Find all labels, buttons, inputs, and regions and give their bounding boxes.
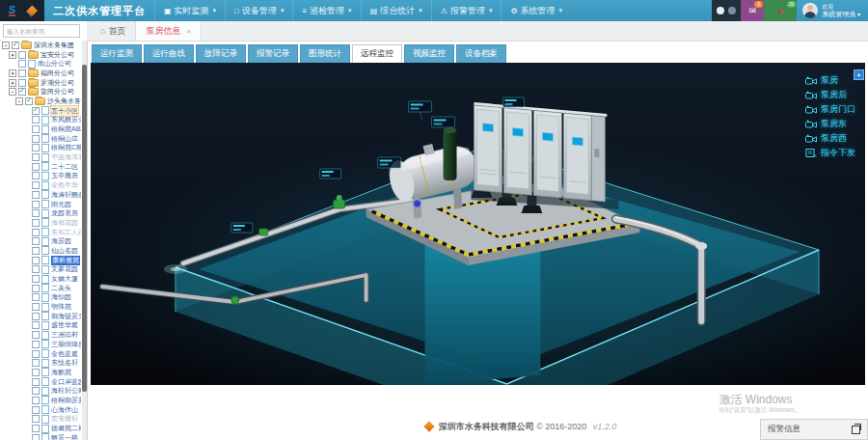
sidebar-scrollbar[interactable] [82, 41, 87, 440]
tree-row[interactable]: 东和工人宿舍 [0, 228, 81, 237]
tree-row[interactable]: 东悦名轩 [0, 358, 81, 368]
camera-menu-item[interactable]: 泵房东 [805, 118, 855, 131]
tree-checkbox[interactable] [32, 425, 40, 432]
tree-row[interactable]: 中国海湾花园 [0, 152, 81, 162]
tree-row[interactable]: 女娲大厦 [0, 274, 81, 284]
command-dispatch-item[interactable]: 指令下发 [805, 147, 855, 160]
tree-row[interactable]: 五十小区 [0, 106, 81, 116]
tree-checkbox[interactable] [32, 275, 40, 283]
tree-checkbox[interactable] [32, 415, 40, 423]
tree-checkbox[interactable] [32, 257, 40, 264]
tree-checkbox[interactable] [32, 144, 40, 151]
tree-row[interactable]: - 盐田分公司 [0, 87, 81, 96]
tree-row[interactable]: 梧桐山庄 [0, 134, 81, 144]
camera-menu-item[interactable]: 泵房 [805, 74, 855, 88]
tree-row[interactable]: 明珠苑 [0, 302, 81, 312]
tree-row[interactable]: 玉亭雅居 [0, 172, 81, 181]
tree-checkbox[interactable] [32, 265, 40, 273]
tree-checkbox[interactable] [32, 191, 40, 199]
tree-checkbox[interactable] [32, 237, 40, 245]
tree-row[interactable]: 金色年华 [0, 180, 81, 190]
user-menu[interactable]: 欢迎 系统管理员 [797, 0, 868, 21]
window-restore-icon[interactable] [852, 426, 860, 434]
tree-row[interactable]: 海景园 [0, 236, 81, 246]
tree-checkbox[interactable] [32, 219, 40, 227]
tree-row[interactable]: + 福田分公司 [0, 69, 81, 78]
tree-expander-icon[interactable]: + [9, 69, 16, 77]
tree-checkbox[interactable] [18, 60, 26, 68]
tree-checkbox[interactable] [32, 163, 40, 171]
tree-row[interactable]: 梧桐苑AB栋 [0, 124, 81, 134]
tree-checkbox[interactable] [32, 434, 40, 440]
tree-checkbox[interactable] [32, 387, 40, 395]
tree-checkbox[interactable] [32, 303, 40, 311]
tree-checkbox[interactable] [32, 116, 40, 124]
tree-checkbox[interactable] [32, 359, 40, 367]
nav-menu-item[interactable]: ▤ 综合统计 [361, 0, 431, 21]
tree-row[interactable]: 东风丽景公寓 [0, 116, 81, 125]
tree-row[interactable]: 三期保障房C栋 [0, 340, 81, 349]
tree-checkbox[interactable] [32, 341, 40, 348]
tree-checkbox[interactable] [32, 107, 40, 115]
tab-pump-room-info[interactable]: 泵房信息 × [135, 21, 202, 41]
tree-row[interactable]: - 沙头角水务所 [0, 96, 81, 106]
tree-row[interactable]: 二十二区 [0, 162, 81, 172]
tree-checkbox[interactable] [18, 88, 26, 96]
subtab[interactable]: 设备档案 [456, 44, 506, 63]
tree-checkbox[interactable] [32, 181, 40, 189]
tree-checkbox[interactable] [32, 135, 40, 143]
tree-row[interactable]: 心海伴山 [0, 405, 81, 415]
tree-expander-icon[interactable]: - [9, 88, 16, 96]
tree-checkbox[interactable] [32, 313, 40, 320]
camera-menu-item[interactable]: 泵房门口 [805, 103, 855, 117]
tree-row[interactable]: 梧桐苑C栋 [0, 144, 81, 153]
tree-checkbox[interactable] [18, 51, 26, 59]
tree-checkbox[interactable] [32, 293, 40, 301]
search-input[interactable] [3, 24, 80, 38]
subtab[interactable]: 图形统计 [300, 44, 350, 63]
tree-expander-icon[interactable]: + [9, 79, 16, 87]
tree-checkbox[interactable] [32, 125, 40, 133]
tree-row[interactable]: 海怡园 [0, 293, 81, 303]
tree-row[interactable]: 南山分公司 [0, 59, 81, 69]
message-button[interactable]: ✉ 0 [741, 0, 764, 21]
tree-checkbox[interactable] [32, 397, 40, 404]
subtab[interactable]: 报警记录 [248, 44, 298, 63]
nav-menu-item[interactable]: ≡ 巡检管理 [292, 0, 360, 21]
tree-row[interactable]: + 宝安分公司 [0, 50, 81, 60]
scrollbar-thumb[interactable] [82, 65, 87, 392]
tree-row[interactable]: 仙山名园 [0, 246, 81, 256]
tree-row[interactable]: 金口岸蓝园 [0, 377, 81, 387]
tree-checkbox[interactable] [18, 79, 26, 87]
panel-toggle-icon[interactable]: ▴ [854, 69, 864, 80]
tree-row[interactable]: 海鹏苑 [0, 368, 81, 377]
nav-menu-item[interactable]: ⚙ 系统管理 [501, 0, 571, 21]
tree-checkbox[interactable] [32, 153, 40, 161]
tree-checkbox[interactable] [32, 378, 40, 386]
tree-row[interactable]: 二美头 [0, 284, 81, 293]
alarm-info-bar[interactable]: 报警信息 [760, 419, 868, 440]
tree-checkbox[interactable] [32, 247, 40, 255]
tree-row[interactable]: 梧桐御景苑 [0, 396, 81, 405]
tree-row[interactable]: 海都花园 [0, 218, 81, 228]
tree-row[interactable]: 宏安雅轩 [0, 415, 81, 425]
tree-checkbox[interactable] [32, 369, 40, 376]
tree-checkbox[interactable] [32, 229, 40, 236]
subtab[interactable]: 运行曲线 [144, 44, 194, 63]
tree-row[interactable]: 德馨苑二期 [0, 424, 81, 433]
remote-control-3d-viewport[interactable]: 泵房 泵房后 泵房门口 泵房东 [91, 63, 865, 385]
nav-menu-item[interactable]: □ 设备管理 [225, 0, 292, 21]
alarm-button[interactable]: ▲ 20 [764, 0, 797, 21]
tree-row[interactable]: 阳光园 [0, 200, 81, 209]
camera-menu-item[interactable]: 泵房后 [805, 89, 855, 102]
tree-expander-icon[interactable]: + [9, 51, 16, 59]
tree-checkbox[interactable] [32, 331, 40, 339]
tree-checkbox[interactable] [25, 97, 33, 105]
tree-checkbox[interactable] [32, 172, 40, 179]
subtab[interactable]: 故障记录 [196, 44, 246, 63]
tab-home[interactable]: 首页 [91, 21, 135, 41]
tree-row[interactable]: 龙园茗居 [0, 208, 81, 218]
subtab[interactable]: 视频监控 [404, 44, 454, 63]
tree-row[interactable]: + 罗湖分公司 [0, 78, 81, 88]
nav-menu-item[interactable]: ⚠ 报警管理 [431, 0, 502, 21]
